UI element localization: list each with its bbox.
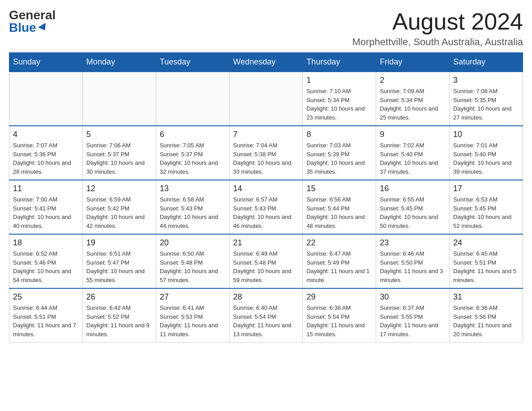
calendar-day-cell: 25Sunrise: 6:44 AMSunset: 5:51 PMDayligh… [9, 288, 83, 342]
day-info: Sunrise: 6:46 AMSunset: 5:50 PMDaylight:… [380, 249, 446, 284]
day-info: Sunrise: 6:47 AMSunset: 5:49 PMDaylight:… [306, 249, 372, 284]
weekday-header-saturday: Saturday [450, 53, 523, 72]
day-number: 11 [13, 184, 79, 193]
day-info: Sunrise: 6:42 AMSunset: 5:52 PMDaylight:… [86, 304, 152, 338]
weekday-header-monday: Monday [82, 53, 156, 72]
calendar-day-cell: 11Sunrise: 7:00 AMSunset: 5:41 PMDayligh… [9, 180, 83, 234]
day-number: 5 [86, 130, 152, 139]
day-number: 14 [233, 184, 299, 193]
day-info: Sunrise: 7:04 AMSunset: 5:38 PMDaylight:… [233, 141, 299, 176]
calendar-week-row: 18Sunrise: 6:52 AMSunset: 5:46 PMDayligh… [9, 234, 523, 288]
day-info: Sunrise: 6:58 AMSunset: 5:43 PMDaylight:… [160, 195, 226, 230]
logo-blue-text: Blue [9, 21, 48, 34]
day-info: Sunrise: 6:49 AMSunset: 5:48 PMDaylight:… [233, 249, 299, 284]
day-number: 24 [453, 238, 519, 248]
day-number: 18 [13, 238, 79, 248]
day-info: Sunrise: 7:08 AMSunset: 5:35 PMDaylight:… [453, 87, 519, 122]
day-info: Sunrise: 7:09 AMSunset: 5:34 PMDaylight:… [380, 87, 446, 122]
calendar-day-cell: 26Sunrise: 6:42 AMSunset: 5:52 PMDayligh… [82, 288, 156, 342]
day-info: Sunrise: 6:40 AMSunset: 5:54 PMDaylight:… [233, 304, 299, 338]
calendar-day-cell: 1Sunrise: 7:10 AMSunset: 5:34 PMDaylight… [303, 72, 376, 126]
calendar-day-cell: 2Sunrise: 7:09 AMSunset: 5:34 PMDaylight… [376, 72, 450, 126]
calendar-day-cell: 30Sunrise: 6:37 AMSunset: 5:55 PMDayligh… [376, 288, 450, 342]
day-info: Sunrise: 6:38 AMSunset: 5:54 PMDaylight:… [306, 304, 372, 338]
day-info: Sunrise: 7:06 AMSunset: 5:37 PMDaylight:… [86, 141, 152, 176]
day-number: 12 [86, 184, 152, 193]
calendar-day-cell: 13Sunrise: 6:58 AMSunset: 5:43 PMDayligh… [156, 180, 229, 234]
day-info: Sunrise: 6:44 AMSunset: 5:51 PMDaylight:… [13, 304, 79, 338]
calendar-day-cell [9, 72, 83, 126]
calendar-day-cell: 24Sunrise: 6:45 AMSunset: 5:51 PMDayligh… [450, 234, 523, 288]
day-number: 10 [453, 130, 519, 139]
day-info: Sunrise: 7:02 AMSunset: 5:40 PMDaylight:… [380, 141, 446, 176]
calendar-day-cell: 20Sunrise: 6:50 AMSunset: 5:48 PMDayligh… [156, 234, 229, 288]
day-number: 29 [306, 292, 372, 302]
location-title: Morphettville, South Australia, Australi… [352, 36, 523, 48]
title-area: August 2024 Morphettville, South Austral… [352, 9, 523, 48]
calendar-week-row: 11Sunrise: 7:00 AMSunset: 5:41 PMDayligh… [9, 180, 523, 234]
day-number: 31 [453, 292, 519, 302]
day-number: 20 [160, 238, 226, 248]
day-number: 4 [13, 130, 79, 139]
day-number: 13 [160, 184, 226, 193]
day-number: 26 [86, 292, 152, 302]
weekday-header-friday: Friday [376, 53, 450, 72]
calendar-day-cell: 21Sunrise: 6:49 AMSunset: 5:48 PMDayligh… [229, 234, 303, 288]
day-number: 1 [306, 76, 372, 85]
day-number: 15 [306, 184, 372, 193]
day-info: Sunrise: 6:55 AMSunset: 5:45 PMDaylight:… [380, 195, 446, 230]
calendar-day-cell: 9Sunrise: 7:02 AMSunset: 5:40 PMDaylight… [376, 126, 450, 180]
calendar-day-cell: 22Sunrise: 6:47 AMSunset: 5:49 PMDayligh… [303, 234, 376, 288]
day-number: 22 [306, 238, 372, 248]
day-info: Sunrise: 6:37 AMSunset: 5:55 PMDaylight:… [380, 304, 446, 338]
day-info: Sunrise: 6:41 AMSunset: 5:53 PMDaylight:… [160, 304, 226, 338]
day-number: 17 [453, 184, 519, 193]
day-info: Sunrise: 7:01 AMSunset: 5:40 PMDaylight:… [453, 141, 519, 176]
day-info: Sunrise: 6:50 AMSunset: 5:48 PMDaylight:… [160, 249, 226, 284]
calendar-day-cell: 15Sunrise: 6:56 AMSunset: 5:44 PMDayligh… [303, 180, 376, 234]
calendar-day-cell: 16Sunrise: 6:55 AMSunset: 5:45 PMDayligh… [376, 180, 450, 234]
day-info: Sunrise: 7:10 AMSunset: 5:34 PMDaylight:… [306, 87, 372, 122]
page-header: General Blue August 2024 Morphettville, … [9, 9, 523, 48]
day-info: Sunrise: 6:52 AMSunset: 5:46 PMDaylight:… [13, 249, 79, 284]
day-number: 2 [380, 76, 446, 85]
day-number: 6 [160, 130, 226, 139]
calendar-day-cell: 14Sunrise: 6:57 AMSunset: 5:43 PMDayligh… [229, 180, 303, 234]
calendar-day-cell: 6Sunrise: 7:05 AMSunset: 5:37 PMDaylight… [156, 126, 229, 180]
logo-general-text: General [9, 9, 56, 21]
day-number: 8 [306, 130, 372, 139]
weekday-header-thursday: Thursday [303, 53, 376, 72]
day-info: Sunrise: 6:57 AMSunset: 5:43 PMDaylight:… [233, 195, 299, 230]
logo-arrow-icon [38, 23, 49, 33]
day-info: Sunrise: 6:45 AMSunset: 5:51 PMDaylight:… [453, 249, 519, 284]
day-number: 21 [233, 238, 299, 248]
calendar-day-cell: 12Sunrise: 6:59 AMSunset: 5:42 PMDayligh… [82, 180, 156, 234]
day-info: Sunrise: 6:59 AMSunset: 5:42 PMDaylight:… [86, 195, 152, 230]
calendar-day-cell: 17Sunrise: 6:53 AMSunset: 5:45 PMDayligh… [450, 180, 523, 234]
calendar-day-cell: 7Sunrise: 7:04 AMSunset: 5:38 PMDaylight… [229, 126, 303, 180]
logo: General Blue [9, 9, 56, 34]
calendar-day-cell: 23Sunrise: 6:46 AMSunset: 5:50 PMDayligh… [376, 234, 450, 288]
calendar-day-cell [82, 72, 156, 126]
day-number: 23 [380, 238, 446, 248]
calendar-header-row: SundayMondayTuesdayWednesdayThursdayFrid… [9, 53, 523, 72]
day-number: 25 [13, 292, 79, 302]
day-number: 28 [233, 292, 299, 302]
weekday-header-sunday: Sunday [9, 53, 83, 72]
day-info: Sunrise: 7:07 AMSunset: 5:36 PMDaylight:… [13, 141, 79, 176]
day-number: 7 [233, 130, 299, 139]
calendar-day-cell [156, 72, 229, 126]
day-number: 9 [380, 130, 446, 139]
calendar-day-cell: 29Sunrise: 6:38 AMSunset: 5:54 PMDayligh… [303, 288, 376, 342]
day-number: 16 [380, 184, 446, 193]
weekday-header-wednesday: Wednesday [229, 53, 303, 72]
day-info: Sunrise: 7:00 AMSunset: 5:41 PMDaylight:… [13, 195, 79, 230]
calendar-day-cell: 28Sunrise: 6:40 AMSunset: 5:54 PMDayligh… [229, 288, 303, 342]
calendar-day-cell: 10Sunrise: 7:01 AMSunset: 5:40 PMDayligh… [450, 126, 523, 180]
day-number: 30 [380, 292, 446, 302]
day-info: Sunrise: 6:53 AMSunset: 5:45 PMDaylight:… [453, 195, 519, 230]
calendar-day-cell: 31Sunrise: 6:36 AMSunset: 5:56 PMDayligh… [450, 288, 523, 342]
day-number: 3 [453, 76, 519, 85]
day-number: 19 [86, 238, 152, 248]
calendar-day-cell: 3Sunrise: 7:08 AMSunset: 5:35 PMDaylight… [450, 72, 523, 126]
